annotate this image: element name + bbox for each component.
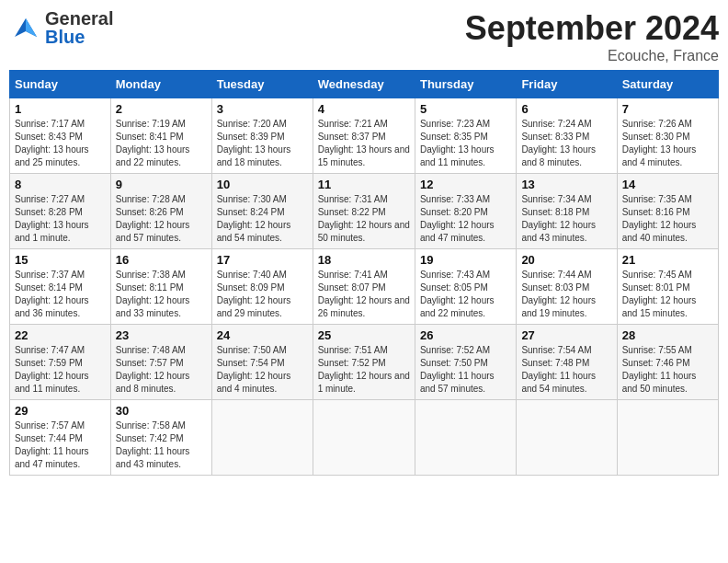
day-info: Sunrise: 7:34 AM Sunset: 8:18 PM Dayligh… [521, 193, 611, 245]
calendar-table: Sunday Monday Tuesday Wednesday Thursday… [9, 70, 719, 476]
day-number: 23 [116, 328, 207, 342]
day-number: 4 [318, 102, 410, 116]
day-number: 6 [521, 102, 611, 116]
day-info: Sunrise: 7:31 AM Sunset: 8:22 PM Dayligh… [318, 193, 410, 245]
day-number: 3 [217, 102, 308, 116]
table-row [313, 400, 415, 476]
day-number: 26 [420, 328, 511, 342]
table-row: 15Sunrise: 7:37 AM Sunset: 8:14 PM Dayli… [10, 249, 111, 325]
logo: General Blue [9, 9, 113, 46]
day-number: 2 [116, 102, 207, 116]
col-tuesday: Tuesday [211, 71, 313, 98]
table-row: 11Sunrise: 7:31 AM Sunset: 8:22 PM Dayli… [313, 174, 415, 249]
day-number: 13 [521, 178, 611, 191]
day-number: 16 [116, 253, 207, 267]
day-info: Sunrise: 7:27 AM Sunset: 8:28 PM Dayligh… [15, 193, 106, 245]
table-row: 6Sunrise: 7:24 AM Sunset: 8:33 PM Daylig… [517, 98, 617, 174]
table-row: 16Sunrise: 7:38 AM Sunset: 8:11 PM Dayli… [110, 249, 211, 325]
day-number: 25 [318, 328, 410, 342]
table-row: 18Sunrise: 7:41 AM Sunset: 8:07 PM Dayli… [313, 249, 415, 325]
day-info: Sunrise: 7:55 AM Sunset: 7:46 PM Dayligh… [622, 344, 713, 396]
table-row: 27Sunrise: 7:54 AM Sunset: 7:48 PM Dayli… [517, 325, 617, 400]
month-title: September 2024 [465, 9, 719, 48]
col-saturday: Saturday [617, 71, 718, 98]
day-info: Sunrise: 7:20 AM Sunset: 8:39 PM Dayligh… [217, 118, 308, 169]
table-row: 20Sunrise: 7:44 AM Sunset: 8:03 PM Dayli… [517, 249, 617, 325]
day-number: 1 [15, 102, 106, 116]
day-info: Sunrise: 7:24 AM Sunset: 8:33 PM Dayligh… [521, 118, 611, 169]
day-info: Sunrise: 7:21 AM Sunset: 8:37 PM Dayligh… [318, 118, 410, 169]
table-row: 10Sunrise: 7:30 AM Sunset: 8:24 PM Dayli… [211, 174, 313, 249]
table-row: 7Sunrise: 7:26 AM Sunset: 8:30 PM Daylig… [617, 98, 718, 174]
calendar-week-row: 8Sunrise: 7:27 AM Sunset: 8:28 PM Daylig… [10, 174, 719, 249]
day-number: 20 [521, 253, 611, 267]
location: Ecouche, France [465, 48, 719, 64]
day-info: Sunrise: 7:58 AM Sunset: 7:42 PM Dayligh… [116, 419, 207, 471]
day-info: Sunrise: 7:23 AM Sunset: 8:35 PM Dayligh… [420, 118, 511, 169]
table-row: 12Sunrise: 7:33 AM Sunset: 8:20 PM Dayli… [415, 174, 516, 249]
logo-blue: Blue [45, 28, 113, 46]
table-row: 13Sunrise: 7:34 AM Sunset: 8:18 PM Dayli… [517, 174, 617, 249]
day-number: 7 [622, 102, 713, 116]
day-info: Sunrise: 7:51 AM Sunset: 7:52 PM Dayligh… [318, 344, 410, 396]
col-thursday: Thursday [415, 71, 516, 98]
day-number: 18 [318, 253, 410, 267]
day-info: Sunrise: 7:45 AM Sunset: 8:01 PM Dayligh… [622, 269, 713, 320]
day-headers-row: Sunday Monday Tuesday Wednesday Thursday… [10, 71, 719, 98]
table-row: 25Sunrise: 7:51 AM Sunset: 7:52 PM Dayli… [313, 325, 415, 400]
day-number: 15 [15, 253, 106, 267]
day-info: Sunrise: 7:33 AM Sunset: 8:20 PM Dayligh… [420, 193, 511, 245]
table-row: 24Sunrise: 7:50 AM Sunset: 7:54 PM Dayli… [211, 325, 313, 400]
day-number: 28 [622, 328, 713, 342]
day-number: 29 [15, 404, 106, 418]
day-info: Sunrise: 7:30 AM Sunset: 8:24 PM Dayligh… [217, 193, 308, 245]
table-row: 2Sunrise: 7:19 AM Sunset: 8:41 PM Daylig… [110, 98, 211, 174]
table-row: 5Sunrise: 7:23 AM Sunset: 8:35 PM Daylig… [415, 98, 516, 174]
day-info: Sunrise: 7:28 AM Sunset: 8:26 PM Dayligh… [116, 193, 207, 245]
day-number: 22 [15, 328, 106, 342]
day-info: Sunrise: 7:57 AM Sunset: 7:44 PM Dayligh… [15, 419, 106, 471]
col-friday: Friday [517, 71, 617, 98]
day-number: 12 [420, 178, 511, 191]
calendar-week-row: 29Sunrise: 7:57 AM Sunset: 7:44 PM Dayli… [10, 400, 719, 476]
table-row: 29Sunrise: 7:57 AM Sunset: 7:44 PM Dayli… [10, 400, 111, 476]
day-info: Sunrise: 7:47 AM Sunset: 7:59 PM Dayligh… [15, 344, 106, 396]
table-row: 22Sunrise: 7:47 AM Sunset: 7:59 PM Dayli… [10, 325, 111, 400]
day-number: 24 [217, 328, 308, 342]
day-info: Sunrise: 7:17 AM Sunset: 8:43 PM Dayligh… [15, 118, 106, 169]
day-number: 21 [622, 253, 713, 267]
day-number: 9 [116, 178, 207, 191]
calendar-week-row: 1Sunrise: 7:17 AM Sunset: 8:43 PM Daylig… [10, 98, 719, 174]
day-info: Sunrise: 7:43 AM Sunset: 8:05 PM Dayligh… [420, 269, 511, 320]
col-wednesday: Wednesday [313, 71, 415, 98]
day-number: 19 [420, 253, 511, 267]
calendar-week-row: 22Sunrise: 7:47 AM Sunset: 7:59 PM Dayli… [10, 325, 719, 400]
table-row: 4Sunrise: 7:21 AM Sunset: 8:37 PM Daylig… [313, 98, 415, 174]
table-row [415, 400, 516, 476]
day-info: Sunrise: 7:44 AM Sunset: 8:03 PM Dayligh… [521, 269, 611, 320]
day-info: Sunrise: 7:37 AM Sunset: 8:14 PM Dayligh… [15, 269, 106, 320]
logo-bird-icon [9, 11, 42, 44]
day-info: Sunrise: 7:52 AM Sunset: 7:50 PM Dayligh… [420, 344, 511, 396]
day-number: 10 [217, 178, 308, 191]
logo-text: General Blue [45, 9, 113, 46]
table-row [211, 400, 313, 476]
logo-general: General [45, 9, 113, 28]
table-row: 1Sunrise: 7:17 AM Sunset: 8:43 PM Daylig… [10, 98, 111, 174]
table-row: 23Sunrise: 7:48 AM Sunset: 7:57 PM Dayli… [110, 325, 211, 400]
table-row: 26Sunrise: 7:52 AM Sunset: 7:50 PM Dayli… [415, 325, 516, 400]
table-row: 30Sunrise: 7:58 AM Sunset: 7:42 PM Dayli… [110, 400, 211, 476]
table-row: 8Sunrise: 7:27 AM Sunset: 8:28 PM Daylig… [10, 174, 111, 249]
svg-marker-1 [26, 18, 37, 37]
day-number: 14 [622, 178, 713, 191]
day-info: Sunrise: 7:19 AM Sunset: 8:41 PM Dayligh… [116, 118, 207, 169]
table-row: 9Sunrise: 7:28 AM Sunset: 8:26 PM Daylig… [110, 174, 211, 249]
day-info: Sunrise: 7:26 AM Sunset: 8:30 PM Dayligh… [622, 118, 713, 169]
table-row: 17Sunrise: 7:40 AM Sunset: 8:09 PM Dayli… [211, 249, 313, 325]
title-block: September 2024 Ecouche, France [465, 9, 719, 64]
day-info: Sunrise: 7:48 AM Sunset: 7:57 PM Dayligh… [116, 344, 207, 396]
day-number: 11 [318, 178, 410, 191]
day-info: Sunrise: 7:40 AM Sunset: 8:09 PM Dayligh… [217, 269, 308, 320]
table-row: 14Sunrise: 7:35 AM Sunset: 8:16 PM Dayli… [617, 174, 718, 249]
table-row: 28Sunrise: 7:55 AM Sunset: 7:46 PM Dayli… [617, 325, 718, 400]
